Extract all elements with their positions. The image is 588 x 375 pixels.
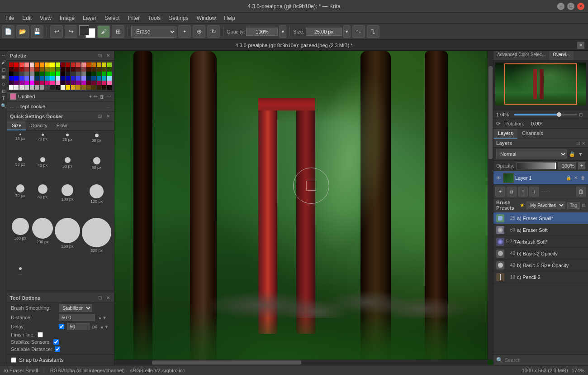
brush-size-item[interactable]: 40 px [32,157,53,183]
palette-color-swatch[interactable] [61,76,65,81]
palette-color-swatch[interactable] [50,72,55,76]
brush-size-item[interactable]: 200 px [32,218,53,265]
tool-text[interactable]: T [0,95,7,101]
palette-color-swatch[interactable] [81,67,86,72]
palette-color-swatch[interactable] [66,81,70,85]
layer-color-swatch[interactable] [10,93,16,100]
zoom-slider-thumb[interactable] [557,112,561,117]
add-layer-bottom-button[interactable]: + [495,187,505,197]
palette-color-swatch[interactable] [102,81,106,85]
palette-color-swatch[interactable] [91,62,96,67]
palette-color-swatch[interactable] [91,72,96,76]
menu-tools[interactable]: Tools [144,14,164,22]
palette-color-swatch[interactable] [14,85,19,90]
palette-color-swatch[interactable] [81,76,86,81]
palette-color-swatch[interactable] [45,67,50,72]
brush-size-item[interactable]: 60 px [82,157,111,183]
palette-color-swatch[interactable] [97,67,101,72]
palette-color-swatch[interactable] [71,81,76,85]
palette-color-swatch[interactable] [107,85,112,90]
palette-color-swatch[interactable] [30,76,34,81]
brush-size-item[interactable]: 80 px [32,184,53,216]
palette-color-swatch[interactable] [30,67,34,72]
tab-flow[interactable]: Flow [52,121,71,130]
palette-color-swatch[interactable] [102,85,106,90]
brush-size-item[interactable]: 70 px [10,184,30,216]
palette-close-button[interactable]: ✕ [105,53,111,59]
palette-color-swatch[interactable] [50,85,55,90]
palette-color-swatch[interactable] [24,72,29,76]
quick-settings-options[interactable]: ⊡ [97,113,103,120]
palette-color-swatch[interactable] [76,67,81,72]
palette-color-swatch[interactable] [35,76,39,81]
vertical-scrollbar-thumb[interactable] [488,66,493,159]
close-button[interactable]: ✕ [577,3,584,10]
palette-color-swatch[interactable] [40,85,44,90]
tool-options-options[interactable]: ⊡ [97,295,103,301]
layers-opacity-slider[interactable] [516,162,556,169]
palette-color-swatch[interactable] [76,81,81,85]
layer-visibility-toggle[interactable]: 👁 [495,175,502,181]
palette-color-swatch[interactable] [24,76,29,81]
layer-delete-btn[interactable]: 🗑 [580,175,586,181]
delay-input[interactable] [67,323,90,330]
palette-color-swatch[interactable] [66,85,70,90]
palette-color-swatch[interactable] [107,72,112,76]
palette-color-swatch[interactable] [14,76,19,81]
open-file-button[interactable]: 📂 [16,25,29,38]
palette-color-swatch[interactable] [19,85,24,90]
grid-button[interactable]: ⊞ [112,25,124,38]
palette-color-swatch[interactable] [61,67,65,72]
palette-color-swatch[interactable] [61,85,65,90]
stabilize-sensors-checkbox[interactable] [53,339,59,345]
palette-color-swatch[interactable] [9,85,14,90]
palette-color-swatch[interactable] [86,85,91,90]
palette-color-swatch[interactable] [76,72,81,76]
brush-search-input[interactable] [505,357,585,363]
tab-channels[interactable]: Channels [517,129,547,139]
palette-color-swatch[interactable] [50,67,55,72]
brush-size-item[interactable]: ... [10,267,30,288]
palette-color-swatch[interactable] [45,62,50,67]
palette-color-swatch[interactable] [102,72,106,76]
zoom-slider[interactable] [514,114,577,115]
size-value[interactable]: 25.00 px [306,28,342,36]
minimize-button[interactable]: − [557,3,564,10]
palette-color-swatch[interactable] [66,67,70,72]
palette-color-swatch[interactable] [9,72,14,76]
palette-color-swatch[interactable] [81,81,86,85]
horizontal-scrollbar-thumb[interactable] [152,361,301,365]
erase-mode-button[interactable]: ✦ [178,25,191,38]
tool-paint[interactable]: 🖌 [0,59,7,65]
palette-color-swatch[interactable] [71,62,76,67]
brush-mirror-button[interactable]: ⊕ [193,25,205,38]
palette-color-swatch[interactable] [56,67,60,72]
palette-color-swatch[interactable] [91,67,96,72]
menu-layer[interactable]: Layer [79,14,100,22]
palette-color-swatch[interactable] [45,85,50,90]
menu-image[interactable]: Image [56,14,78,22]
palette-color-swatch[interactable] [91,76,96,81]
palette-color-swatch[interactable] [81,85,86,90]
palette-color-swatch[interactable] [107,67,112,72]
palette-options-button[interactable]: ⊡ [97,53,103,59]
brush-size-item[interactable]: 120 px [82,184,111,216]
palette-color-swatch[interactable] [97,72,101,76]
canvas-area[interactable] [114,51,493,365]
palette-color-swatch[interactable] [40,81,44,85]
palette-color-swatch[interactable] [50,81,55,85]
palette-color-swatch[interactable] [50,76,55,81]
palette-color-swatch[interactable] [61,81,65,85]
preset-item-basic2[interactable]: 40 b) Basic-2 Opacity [493,248,588,260]
menu-file[interactable]: File [2,14,18,22]
distance-stepper[interactable]: ▲▼ [98,315,107,320]
palette-color-swatch[interactable] [76,76,81,81]
palette-color-swatch[interactable] [40,62,44,67]
add-layer-button[interactable]: + [89,94,92,100]
tool-crop[interactable]: ⊡ [0,88,7,94]
palette-color-swatch[interactable] [56,62,60,67]
palette-color-swatch[interactable] [91,85,96,90]
palette-color-swatch[interactable] [71,72,76,76]
new-file-button[interactable]: 📄 [2,25,14,38]
palette-color-swatch[interactable] [35,72,39,76]
